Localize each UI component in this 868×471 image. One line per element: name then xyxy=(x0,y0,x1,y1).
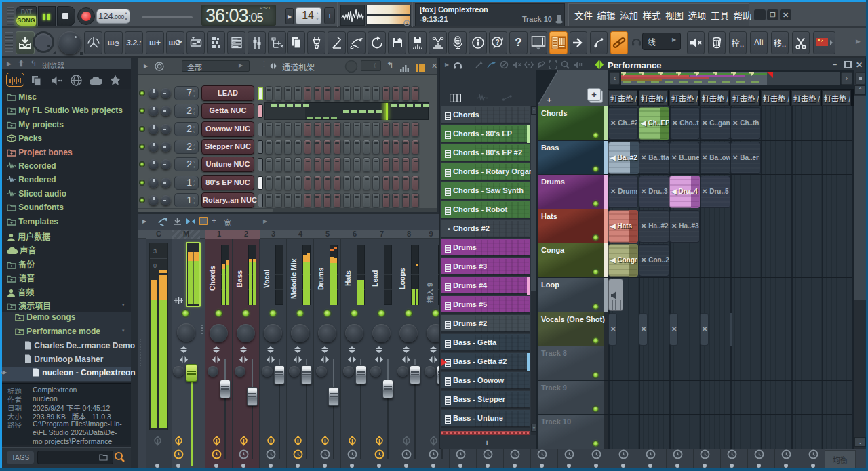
svg-text:?: ? xyxy=(495,39,499,46)
